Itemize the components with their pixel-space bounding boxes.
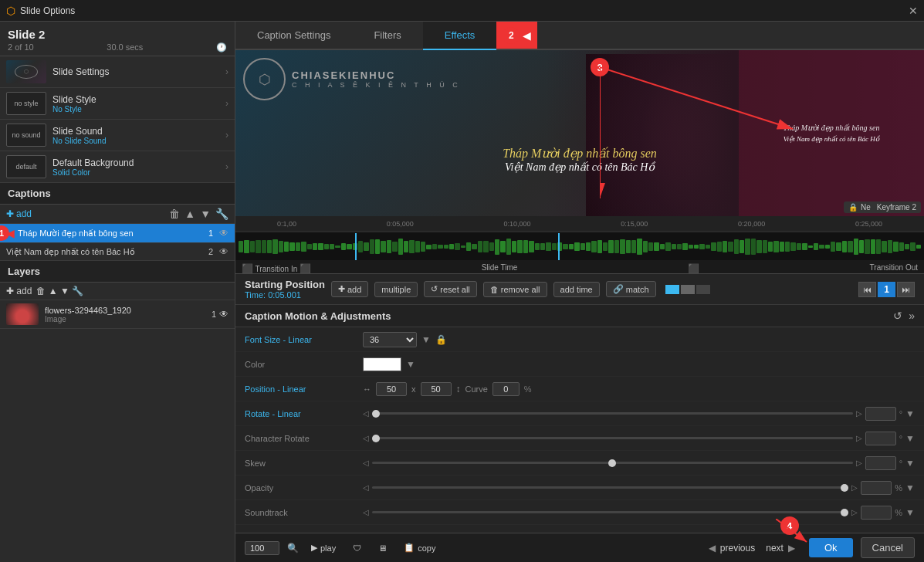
eye-icon-1[interactable]: 👁 xyxy=(219,228,228,239)
move-down-icon[interactable]: ▼ xyxy=(200,208,211,220)
eye-icon-2[interactable]: 👁 xyxy=(219,246,228,257)
slide-style-item[interactable]: no style Slide Style No Style › xyxy=(0,88,235,120)
add-keyframe-button[interactable]: ✚ add xyxy=(331,281,368,297)
slide-sound-sub: No Slide Sound xyxy=(52,137,225,145)
position-label: Position - Linear xyxy=(245,384,357,394)
wrench-icon[interactable]: 🔧 xyxy=(215,208,228,220)
tab-arrow-indicator: 2 ◀ xyxy=(496,22,537,49)
soundtrack-label: Soundtrack xyxy=(245,508,357,517)
skew-input[interactable]: 0 xyxy=(865,456,896,470)
tab-caption-settings[interactable]: Caption Settings xyxy=(235,22,352,50)
copy-icon: 📋 xyxy=(404,543,415,553)
remove-all-button[interactable]: 🗑 remove all xyxy=(483,282,547,297)
opacity-slider[interactable] xyxy=(372,486,848,489)
skew-slider[interactable] xyxy=(372,462,853,464)
soundtrack-slider[interactable] xyxy=(372,511,848,513)
char-rotate-input[interactable]: 0 xyxy=(865,432,896,445)
move-up-icon[interactable]: ▲ xyxy=(184,208,195,220)
char-rotate-row: Character Rotate ◁ ▷ 0 ° ▼ xyxy=(235,426,924,451)
slide-settings-item[interactable]: ⬡ Slide Settings › xyxy=(0,56,235,88)
opacity-min-icon: ◁ xyxy=(363,483,369,492)
forward-cm-icon[interactable]: » xyxy=(909,310,915,322)
link-icon-btn[interactable]: 🔗 match xyxy=(606,281,656,297)
ok-button[interactable]: Ok xyxy=(809,538,853,557)
caption-1-num: 1 xyxy=(208,229,213,238)
slide-position: 2 of 10 xyxy=(8,42,34,52)
layer-down-icon[interactable]: ▼ xyxy=(60,286,69,296)
copy-button[interactable]: 📋 copy xyxy=(399,540,440,555)
caption-item-2[interactable]: Việt Nam đẹp nhất có tên Bác Hồ 2 👁 xyxy=(0,243,235,261)
font-size-row: Font Size - Linear 36 24 48 ▼ 🔒 xyxy=(235,327,924,352)
slide-sound-label: Slide Sound xyxy=(52,126,225,137)
delete-layer-icon[interactable]: 🗑 xyxy=(36,286,46,296)
layer-thumb xyxy=(6,303,39,325)
nav-last-button[interactable]: ⏭ xyxy=(897,282,915,297)
slide-sound-item[interactable]: no sound Slide Sound No Slide Sound › xyxy=(0,120,235,151)
layer-item-1[interactable]: flowers-3294463_1920 Image 1 👁 xyxy=(0,300,235,329)
zoom-input[interactable] xyxy=(245,541,279,555)
skew-label: Skew xyxy=(245,459,357,468)
clock-icon: 🕐 xyxy=(216,42,227,52)
skew-min-icon: ◁ xyxy=(363,459,369,467)
skew-lock-icon[interactable]: ▼ xyxy=(905,458,915,469)
monitor-button[interactable]: 🖥 xyxy=(374,541,391,555)
tab-filters[interactable]: Filters xyxy=(352,22,422,50)
cancel-button[interactable]: Cancel xyxy=(861,537,915,558)
delete-caption-icon[interactable]: 🗑 xyxy=(169,208,180,220)
layer-wrench-icon[interactable]: 🔧 xyxy=(72,286,83,296)
color-dropdown-icon[interactable]: ▼ xyxy=(406,359,415,370)
annotation-arrow-4 xyxy=(776,519,814,546)
layer-eye-icon[interactable]: 👁 xyxy=(219,309,228,320)
shield-button[interactable]: 🛡 xyxy=(348,541,366,555)
add-time-button[interactable]: add time xyxy=(553,282,600,297)
tab-effects[interactable]: Effects xyxy=(423,22,497,50)
char-rotate-lock-icon[interactable]: ▼ xyxy=(905,433,915,444)
default-bg-badge: default xyxy=(6,155,46,178)
reset-all-button[interactable]: ↺ reset all xyxy=(424,281,477,297)
shield-icon: 🛡 xyxy=(353,543,361,553)
char-rotate-slider[interactable] xyxy=(372,437,853,439)
layer-up-icon[interactable]: ▲ xyxy=(49,286,58,296)
tab-bar: Caption Settings Filters Effects 2 ◀ xyxy=(235,22,924,50)
ruler-mark-20: 0:20,000 xyxy=(738,220,765,228)
soundtrack-lock-icon[interactable]: ▼ xyxy=(905,507,915,518)
rotate-row: Rotate - Linear ◁ ▷ 0 ° ▼ xyxy=(235,401,924,426)
caption-motion-header: Caption Motion & Adjustments ↺ » xyxy=(235,305,924,327)
curve-input[interactable] xyxy=(492,382,520,396)
slide-thumb: ⬡ xyxy=(6,60,46,83)
soundtrack-input[interactable]: 100 xyxy=(861,506,892,520)
nav-first-button[interactable]: ⏮ xyxy=(858,282,876,297)
font-size-lock-icon[interactable]: 🔒 xyxy=(435,334,447,345)
annotation-3-area: 3 xyxy=(591,58,609,76)
trash-kf-icon: 🗑 xyxy=(490,285,499,294)
previous-button[interactable]: previous xyxy=(720,543,755,554)
playhead-right[interactable] xyxy=(558,233,560,260)
default-bg-item[interactable]: default Default Background Solid Color › xyxy=(0,151,235,183)
left-panel: Slide 2 2 of 10 30.0 secs 🕐 ⬡ Slide Sett… xyxy=(0,22,235,562)
multiple-button[interactable]: multiple xyxy=(374,282,418,297)
caption-item-1[interactable]: 1 ◀ Tháp Mười đẹp nhất bông sen 1 👁 xyxy=(0,224,235,243)
app-icon: ⬡ xyxy=(6,5,15,17)
rotate-input[interactable]: 0 xyxy=(865,407,896,421)
play-icon: ▶ xyxy=(311,543,317,553)
slide-sound-badge: no sound xyxy=(6,124,46,147)
playhead-left[interactable] xyxy=(355,233,357,260)
color-swatch[interactable] xyxy=(363,357,401,371)
play-button[interactable]: ▶ play xyxy=(306,540,340,555)
caption-toolbar: ✚ add 🗑 ▲ ▼ 🔧 xyxy=(0,205,235,224)
opacity-lock-icon[interactable]: ▼ xyxy=(905,482,915,493)
layers-add-button[interactable]: ✚ add xyxy=(6,286,32,296)
rotate-slider[interactable] xyxy=(372,412,853,415)
logo-circle: ⬡ xyxy=(243,58,286,100)
close-button[interactable]: ✕ xyxy=(909,5,918,17)
nav-arrows: ⏮ 1 ⏭ xyxy=(858,282,915,297)
rotate-lock-icon[interactable]: ▼ xyxy=(905,408,915,419)
app-title: Slide Options xyxy=(20,5,75,16)
position-y-input[interactable] xyxy=(421,382,452,396)
opacity-max-icon: ▷ xyxy=(851,483,858,492)
position-x-input[interactable] xyxy=(376,382,407,396)
font-size-select[interactable]: 36 24 48 xyxy=(363,332,417,347)
captions-add-button[interactable]: ✚ add xyxy=(6,208,32,219)
reset-cm-icon[interactable]: ↺ xyxy=(893,310,902,322)
opacity-input[interactable]: 100 xyxy=(861,481,892,495)
